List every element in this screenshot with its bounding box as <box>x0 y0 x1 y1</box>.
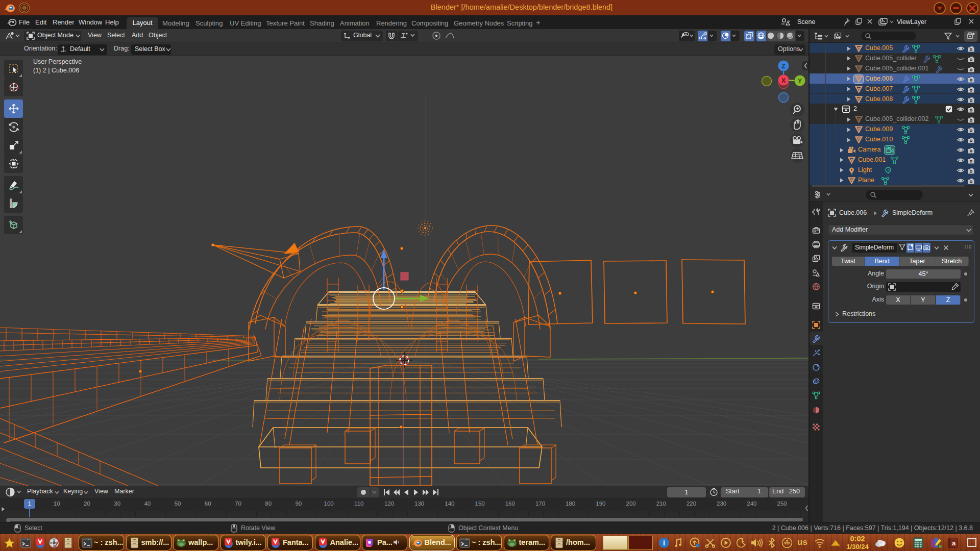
svg-text:i: i <box>663 539 665 547</box>
svg-text:Y: Y <box>798 78 802 85</box>
svg-text:a: a <box>952 539 956 547</box>
svg-text:X: X <box>781 77 786 84</box>
svg-text:Z: Z <box>781 63 785 70</box>
